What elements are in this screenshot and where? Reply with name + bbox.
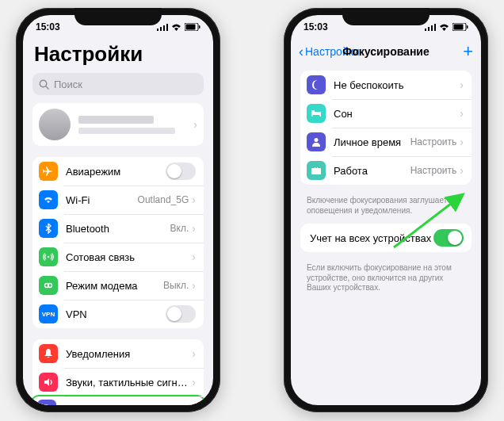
notch xyxy=(342,8,430,25)
status-icons xyxy=(157,23,200,31)
chevron-right-icon: › xyxy=(192,222,196,235)
row-label: Авиарежим xyxy=(66,166,166,178)
svg-rect-12 xyxy=(425,29,426,31)
row-wifi[interactable]: Wi-Fi Outland_5G › xyxy=(32,186,204,214)
toggle-airplane[interactable] xyxy=(166,163,196,180)
row-notifications[interactable]: Уведомления › xyxy=(32,339,204,368)
svg-point-9 xyxy=(48,256,50,258)
row-hotspot[interactable]: Режим модема Выкл. › xyxy=(32,271,204,300)
airplane-icon xyxy=(39,162,58,181)
row-work[interactable]: Работа Настроить › xyxy=(300,156,472,185)
row-label: Личное время xyxy=(334,136,410,148)
row-label: Сон xyxy=(334,108,460,120)
chevron-right-icon: › xyxy=(193,403,197,405)
row-detail: Вкл. xyxy=(170,223,189,234)
settings-group-notifications: Уведомления › Звуки, тактильные сигналы … xyxy=(32,339,204,405)
chevron-right-icon: › xyxy=(192,279,196,292)
signal-icon xyxy=(425,24,436,31)
row-sounds[interactable]: Звуки, тактильные сигналы › xyxy=(32,368,204,396)
page-title: Настройки xyxy=(23,39,213,73)
row-label: Звуки, тактильные сигналы xyxy=(66,377,192,388)
svg-point-7 xyxy=(40,80,46,86)
vpn-icon: VPN xyxy=(39,304,58,323)
toggle-vpn[interactable] xyxy=(166,305,196,323)
search-placeholder: Поиск xyxy=(54,78,82,90)
svg-rect-18 xyxy=(467,25,468,29)
svg-rect-2 xyxy=(163,25,165,31)
row-cellular[interactable]: Сотовая связь › xyxy=(32,243,204,271)
status-time: 15:03 xyxy=(304,21,328,33)
search-field[interactable]: Поиск xyxy=(32,73,204,95)
svg-rect-13 xyxy=(428,27,430,31)
chevron-right-icon: › xyxy=(192,376,196,388)
briefcase-icon xyxy=(307,161,326,180)
row-airplane[interactable]: Авиарежим xyxy=(32,157,204,186)
bell-icon xyxy=(39,344,58,363)
hotspot-icon xyxy=(39,276,58,295)
profile-row[interactable]: › xyxy=(32,103,204,146)
modes-footer: Включение фокусирования заглушает оповещ… xyxy=(291,196,481,224)
svg-line-8 xyxy=(46,86,48,89)
row-sleep[interactable]: Сон › xyxy=(300,99,472,128)
chevron-right-icon: › xyxy=(460,78,464,91)
row-label: VPN xyxy=(66,308,166,320)
chevron-right-icon: › xyxy=(193,118,197,131)
share-footer: Если включить фокусирование на этом устр… xyxy=(291,263,481,301)
svg-rect-17 xyxy=(454,25,464,30)
row-label: Учет на всех устройствах xyxy=(310,232,433,244)
wifi-status-icon xyxy=(171,24,181,31)
phone-right: 15:03 ‹ Настройки Фокусирование + Не бес… xyxy=(284,8,488,412)
cellular-icon xyxy=(39,247,58,266)
row-label: Фокусирование xyxy=(64,404,193,406)
moon-icon xyxy=(37,400,56,405)
chevron-right-icon: › xyxy=(460,136,464,148)
search-icon xyxy=(39,79,49,90)
bed-icon xyxy=(307,104,326,123)
share-group: Учет на всех устройствах xyxy=(300,224,472,252)
row-focus[interactable]: Фокусирование › xyxy=(32,395,204,405)
chevron-right-icon: › xyxy=(460,164,464,177)
row-label: Сотовая связь xyxy=(66,251,192,263)
screen-right: 15:03 ‹ Настройки Фокусирование + Не бес… xyxy=(291,15,481,405)
battery-icon xyxy=(185,23,200,31)
row-detail: Настроить xyxy=(410,165,457,176)
nav-bar: ‹ Настройки Фокусирование + xyxy=(291,39,481,64)
svg-rect-15 xyxy=(434,24,436,31)
chevron-left-icon: ‹ xyxy=(299,44,304,60)
wifi-icon xyxy=(39,190,58,209)
settings-group-connectivity: Авиарежим Wi-Fi Outland_5G › Bluetooth В… xyxy=(32,157,204,328)
row-label: Bluetooth xyxy=(66,223,170,235)
chevron-right-icon: › xyxy=(192,347,196,360)
avatar xyxy=(39,109,71,140)
row-label: Режим модема xyxy=(66,280,163,292)
row-bluetooth[interactable]: Bluetooth Вкл. › xyxy=(32,214,204,243)
row-label: Не беспокоить xyxy=(334,79,460,91)
screen-left: 15:03 Настройки Поиск › Авиарежим xyxy=(23,15,213,405)
add-button[interactable]: + xyxy=(463,41,473,62)
svg-rect-1 xyxy=(160,27,162,31)
row-vpn[interactable]: VPN VPN xyxy=(32,300,204,328)
phone-left: 15:03 Настройки Поиск › Авиарежим xyxy=(16,8,220,412)
svg-rect-5 xyxy=(186,25,196,30)
person-icon xyxy=(307,132,326,151)
toggle-share[interactable] xyxy=(433,229,464,247)
row-detail: Настроить xyxy=(410,136,457,147)
row-personal[interactable]: Личное время Настроить › xyxy=(300,128,472,156)
focus-modes-group: Не беспокоить › Сон › Личное время Настр… xyxy=(300,71,472,185)
row-share-devices[interactable]: Учет на всех устройствах xyxy=(300,224,472,252)
chevron-right-icon: › xyxy=(192,251,196,263)
svg-rect-14 xyxy=(431,25,433,31)
chevron-right-icon: › xyxy=(460,107,464,120)
status-time: 15:03 xyxy=(36,21,60,33)
row-label: Wi-Fi xyxy=(66,194,138,206)
back-button[interactable]: ‹ Настройки xyxy=(299,44,360,60)
svg-rect-3 xyxy=(166,24,168,31)
sounds-icon xyxy=(39,373,58,392)
row-detail: Выкл. xyxy=(163,280,189,291)
row-label: Уведомления xyxy=(66,348,192,360)
status-icons xyxy=(425,23,468,31)
svg-rect-6 xyxy=(199,25,200,29)
signal-icon xyxy=(157,24,168,31)
bluetooth-icon xyxy=(39,219,58,238)
row-dnd[interactable]: Не беспокоить › xyxy=(300,71,472,99)
